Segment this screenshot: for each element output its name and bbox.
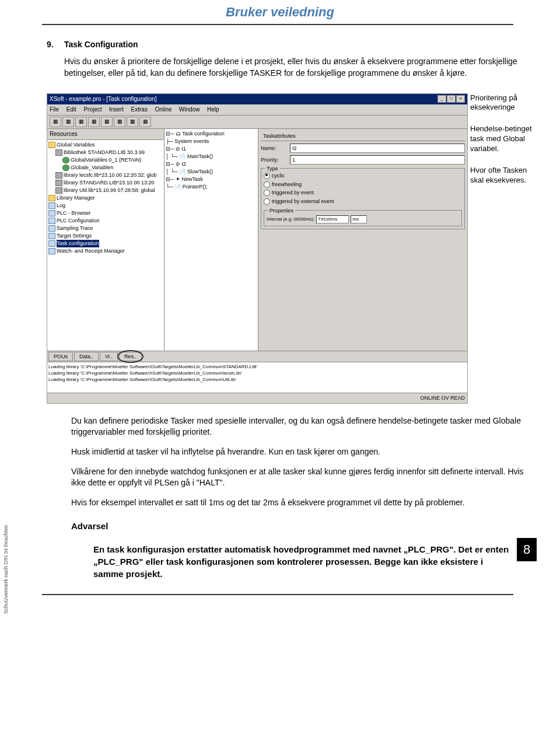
toolbar-button[interactable]: ▦ [127,117,138,127]
menu-edit[interactable]: Edit [66,106,76,113]
menu-project[interactable]: Project [83,106,102,113]
section-number: 9. [47,39,64,88]
book-icon [55,187,62,194]
toolbar-button[interactable]: ▦ [50,117,61,127]
toolbar-button[interactable]: ▦ [88,117,100,127]
resource-tree[interactable]: Global VariablesBibliothek STANDARD.LIB … [47,140,164,256]
ide-window: XSoft - example.pro - [Task configuratio… [47,93,468,404]
tree-item[interactable]: GlobalVariables 0_1 (RETAIN) [48,156,163,164]
toolbar-button[interactable]: ▦ [62,117,74,127]
tab-pous[interactable]: POUs [48,352,73,362]
globe-icon [62,157,69,163]
task-tree-item[interactable]: ⊟─ ⊘ t2 [166,160,257,168]
radio-label: cyclic [272,172,285,180]
box-icon [48,218,55,224]
tree-item[interactable]: Log [48,202,163,209]
tree-item[interactable]: Globale_Variablen [48,164,163,172]
properties-group: Properties Interval (e.g. t#200ms): T#1s… [264,210,462,226]
task-tree-item[interactable]: │ └─ 📄 MainTask() [166,153,257,160]
radio-label: freewheeling [272,181,302,188]
ide-left-tabs: POUsData..Vi..Res.. [47,351,467,362]
maximize-icon[interactable]: □ [447,95,456,103]
properties-title: Properties [268,207,295,215]
task-tree-item[interactable]: │ └─ 📄 SlowTask() [166,168,257,176]
interval-unit[interactable]: ms [351,215,367,223]
page-number-badge: 8 [517,538,537,561]
toolbar-button[interactable]: ▦ [139,117,151,127]
box-icon [48,225,55,232]
radio-row[interactable]: cyclic [264,172,462,180]
para-watchdog: Vilkårene for den innebyde watchdog funk… [71,466,537,489]
tree-item[interactable]: Bibliothek STANDARD.LIB 30.3.99 [48,149,163,156]
ide-titlebar: XSoft - example.pro - [Task configuratio… [47,94,467,104]
ide-log-panel: Loading library 'C:\Programme\Moeller So… [47,362,467,393]
menu-file[interactable]: File [50,106,59,113]
box-icon [48,233,55,239]
warning-heading: Advarsel [71,520,537,532]
tree-item[interactable]: library STANDARD.LIB*23.10.00 13:20 [48,179,163,187]
tree-item[interactable]: library lecsfc.lib*23.10.00 12:20:32: gl… [48,172,163,179]
task-tree-item[interactable]: └─ 📄 PointerP(); [166,183,257,191]
box-icon [48,210,55,216]
name-label: Name: [261,145,290,152]
para-example: Hvis for eksempel intervallet er satt ti… [71,497,537,509]
radio-row[interactable]: freewheeling [264,181,462,188]
tree-item[interactable]: Global Variables [48,141,163,149]
para-periodic-tasks: Du kan definere periodiske Tasker med sp… [71,415,537,438]
footer-rule [42,594,513,595]
task-tree-item[interactable]: ⊟─ ✦ NewTask [166,176,257,183]
section-heading: Task Configuration [64,39,537,51]
menu-window[interactable]: Window [179,106,200,113]
tree-item[interactable]: Library Manager [48,194,163,202]
radio-icon[interactable] [264,190,270,196]
ide-left-panel: Resources Global VariablesBibliothek STA… [47,129,164,351]
minimize-icon[interactable]: _ [438,95,446,103]
radio-row[interactable]: triggered by external event [264,198,462,205]
radio-row[interactable]: triggered by event [264,189,462,197]
box-icon [48,240,55,247]
warning-body: En task konfigurasjon erstatter automati… [93,543,513,580]
tab-res[interactable]: Res.. [119,352,142,362]
priority-input[interactable]: 1 [290,155,465,165]
tree-item[interactable]: PLC Configuration [48,217,163,225]
tree-item[interactable]: PLC - Browser [48,209,163,217]
interval-input[interactable]: T#1s0ms [316,215,349,223]
log-line: Loading library 'C:\Programme\Moeller So… [48,370,466,376]
tree-item[interactable]: Task configuration [48,240,163,247]
task-tree-item[interactable]: ├─ System events [166,138,257,145]
ide-middle-panel: ⊟─ 🗂 Task configuration ├─ System events… [164,129,258,351]
title-rule [42,24,513,25]
radio-icon[interactable] [264,181,270,188]
toolbar-button[interactable]: ▦ [114,117,125,127]
window-title-text: XSoft - example.pro - [Task configuratio… [50,95,156,103]
taskattributes-tab[interactable]: Taskattributes [261,131,465,142]
ide-right-panel: Taskattributes Name: t2 Priority: 1 Type… [258,129,467,351]
toolbar-button[interactable]: ▦ [101,117,113,127]
page-title: Bruker veiledning [0,4,560,22]
radio-icon[interactable] [264,173,270,179]
tree-item[interactable]: Watch- and Receipt Manager [48,247,163,255]
tree-item[interactable]: Target Settings [48,232,163,240]
task-tree[interactable]: ⊟─ 🗂 Task configuration ├─ System events… [164,129,258,192]
menu-extras[interactable]: Extras [131,106,148,113]
left-panel-header: Resources [47,129,164,140]
menu-help[interactable]: Help [207,106,219,113]
book-icon [55,149,62,156]
menu-insert[interactable]: Insert [109,106,124,113]
folder-icon [48,142,55,148]
close-icon[interactable]: × [456,95,465,103]
task-tree-item[interactable]: ⊟─ 🗂 Task configuration [166,130,257,138]
tree-item[interactable]: Sampling Trace [48,225,163,232]
menu-online[interactable]: Online [155,106,172,113]
interval-label: Interval (e.g. t#200ms): [267,216,314,222]
task-tree-item[interactable]: ⊟─ ⊘ t1 [166,145,257,153]
toolbar-button[interactable]: ▦ [75,117,87,127]
type-group-title: Type [265,165,280,173]
tab-data[interactable]: Data.. [74,352,99,362]
tab-vi[interactable]: Vi.. [100,352,118,362]
box-icon [48,202,55,209]
tree-item[interactable]: library Util.lib*15.10.99 07:28:58: glob… [48,187,163,194]
name-input[interactable]: t2 [290,144,465,153]
radio-icon[interactable] [264,198,270,205]
globe-icon [62,165,69,171]
